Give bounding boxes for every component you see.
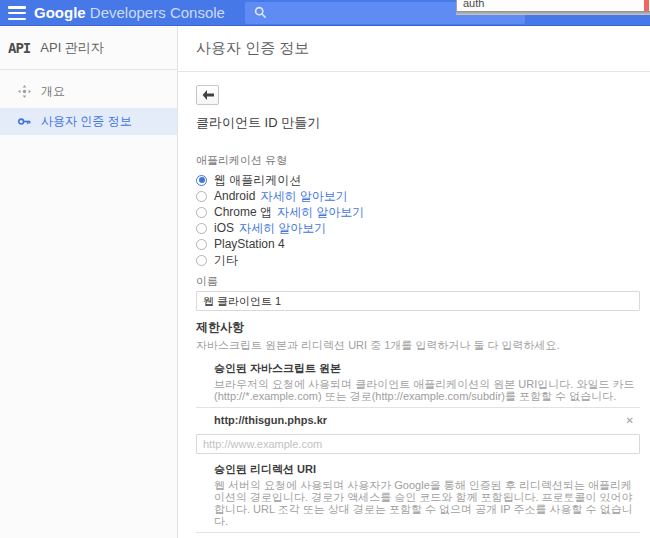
sidebar: API API 관리자 개요 사용자 인증 정보 [0, 26, 178, 538]
redirect-uri-entry: http://thisgun.phps.kr/wordpress/wp-cont… [196, 532, 640, 538]
radio-option-other[interactable]: 기타 [196, 252, 640, 268]
radio-option-web[interactable]: 웹 애플리케이션 [196, 172, 640, 188]
app-type-options: 웹 애플리케이션 Android 자세히 알아보기 Chrome 앱 자세히 알… [196, 172, 640, 268]
main-content: 사용자 인증 정보 클라이언트 ID 만들기 애플리케이션 유형 웹 애플리케이… [178, 26, 650, 538]
app-title: Google Developers Console [34, 4, 225, 21]
radio-label: 웹 애플리케이션 [214, 172, 301, 189]
radio-option-chrome-app[interactable]: Chrome 앱 자세히 알아보기 [196, 204, 640, 220]
api-logo: API [8, 40, 30, 56]
redirect-uris-title: 승인된 리디렉션 URI [214, 462, 640, 477]
radio-icon[interactable] [196, 191, 207, 202]
learn-more-link[interactable]: 자세히 알아보기 [260, 188, 347, 205]
browser-find-bar[interactable]: auth [456, 0, 650, 11]
radio-label: PlayStation 4 [214, 237, 285, 251]
key-icon [18, 115, 31, 128]
remove-icon[interactable]: ✕ [626, 414, 634, 427]
learn-more-link[interactable]: 자세히 알아보기 [239, 220, 326, 237]
search-icon [254, 6, 267, 19]
page-title: 사용자 인증 정보 [196, 39, 309, 58]
client-name-input[interactable] [196, 291, 640, 311]
content-header: 사용자 인증 정보 [178, 26, 650, 72]
js-origin-entry: http://thisgun.phps.kr ✕ [196, 407, 640, 432]
learn-more-link[interactable]: 자세히 알아보기 [277, 204, 364, 221]
radio-icon[interactable] [196, 223, 207, 234]
radio-icon[interactable] [196, 239, 207, 250]
js-origins-description: 브라우저의 요청에 사용되며 클라이언트 애플리케이션의 원본 URI입니다. … [214, 378, 640, 402]
restrictions-subtitle: 자바스크립트 원본과 리디렉션 URI 중 1개를 입력하거나 둘 다 입력하세… [196, 338, 640, 353]
app-window: Google Developers Console auth API API 관… [0, 0, 650, 538]
restrictions-title: 제한사항 [196, 319, 640, 336]
brand-rest: Developers Console [86, 4, 225, 21]
hamburger-menu-icon[interactable] [8, 6, 26, 20]
redirect-uris-description: 웹 서버의 요청에 사용되며 사용자가 Google을 통해 인증된 후 리디렉… [214, 479, 640, 527]
back-button[interactable] [196, 85, 219, 105]
form-title: 클라이언트 ID 만들기 [196, 114, 640, 132]
radio-icon[interactable] [196, 207, 207, 218]
radio-option-android[interactable]: Android 자세히 알아보기 [196, 188, 640, 204]
sidebar-header: API API 관리자 [0, 26, 177, 70]
radio-selected-icon[interactable] [196, 175, 207, 186]
js-origins-title: 승인된 자바스크립트 원본 [214, 361, 640, 376]
sidebar-item-credentials[interactable]: 사용자 인증 정보 [0, 108, 177, 135]
find-bar-marker [644, 0, 649, 11]
sidebar-product-title: API 관리자 [40, 39, 104, 57]
app-type-label: 애플리케이션 유형 [196, 153, 640, 168]
sidebar-item-label: 개요 [41, 83, 65, 100]
radio-option-playstation4[interactable]: PlayStation 4 [196, 236, 640, 252]
overview-icon [18, 85, 31, 98]
find-query-text: auth [463, 0, 484, 9]
create-client-id-form: 클라이언트 ID 만들기 애플리케이션 유형 웹 애플리케이션 Android … [178, 72, 650, 538]
sidebar-item-label: 사용자 인증 정보 [41, 113, 132, 130]
arrow-left-icon [202, 90, 214, 100]
radio-label: iOS [214, 221, 234, 235]
find-bar-shadow [456, 11, 650, 15]
radio-icon[interactable] [196, 255, 207, 266]
js-origin-url: http://thisgun.phps.kr [214, 414, 626, 427]
sidebar-item-overview[interactable]: 개요 [0, 78, 177, 104]
radio-label: Chrome 앱 [214, 204, 272, 221]
radio-option-ios[interactable]: iOS 자세히 알아보기 [196, 220, 640, 236]
brand-google: Google [34, 4, 86, 21]
radio-label: 기타 [214, 252, 238, 269]
name-label: 이름 [196, 274, 640, 289]
js-origin-input[interactable] [196, 434, 640, 454]
radio-label: Android [214, 189, 255, 203]
